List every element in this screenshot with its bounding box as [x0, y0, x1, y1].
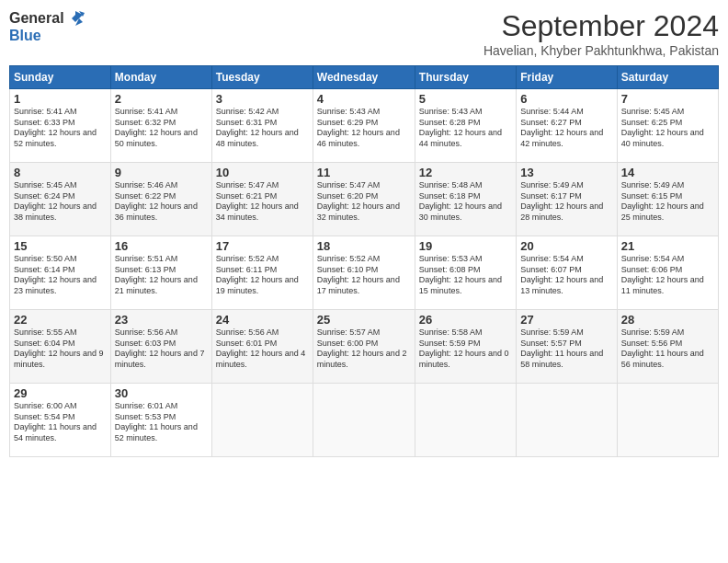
calendar-cell	[517, 384, 617, 457]
day-number: 1	[14, 92, 107, 106]
day-info: Sunrise: 5:45 AMSunset: 6:25 PMDaylight:…	[621, 107, 714, 150]
day-number: 21	[621, 239, 714, 253]
calendar-cell: 9 Sunrise: 5:46 AMSunset: 6:22 PMDayligh…	[110, 163, 211, 236]
day-info: Sunrise: 5:48 AMSunset: 6:18 PMDaylight:…	[419, 180, 512, 224]
day-number: 30	[115, 386, 208, 400]
day-number: 11	[317, 166, 411, 179]
logo-general: General	[9, 10, 64, 27]
calendar-cell: 29 Sunrise: 6:00 AMSunset: 5:54 PMDaylig…	[10, 384, 111, 457]
calendar-cell: 30 Sunrise: 6:01 AMSunset: 5:53 PMDaylig…	[110, 384, 211, 457]
calendar-cell: 18 Sunrise: 5:52 AMSunset: 6:10 PMDaylig…	[313, 236, 415, 310]
day-info: Sunrise: 6:01 AMSunset: 5:53 PMDaylight:…	[115, 401, 208, 444]
day-header-wednesday: Wednesday	[313, 66, 415, 89]
month-title: September 2024	[483, 9, 719, 43]
day-info: Sunrise: 5:43 AMSunset: 6:29 PMDaylight:…	[317, 107, 411, 150]
day-info: Sunrise: 5:58 AMSunset: 5:59 PMDaylight:…	[419, 327, 512, 371]
calendar-cell: 17 Sunrise: 5:52 AMSunset: 6:11 PMDaylig…	[211, 236, 313, 310]
day-info: Sunrise: 5:50 AMSunset: 6:14 PMDaylight:…	[14, 254, 107, 297]
day-number: 24	[216, 313, 309, 327]
day-info: Sunrise: 5:42 AMSunset: 6:31 PMDaylight:…	[216, 107, 309, 150]
day-info: Sunrise: 5:59 AMSunset: 5:57 PMDaylight:…	[520, 327, 612, 371]
calendar-cell	[617, 384, 718, 457]
location-subtitle: Havelian, Khyber Pakhtunkhwa, Pakistan	[483, 43, 719, 58]
day-header-saturday: Saturday	[617, 66, 718, 89]
day-number: 2	[115, 92, 208, 106]
day-number: 6	[520, 92, 612, 106]
calendar-cell	[313, 384, 415, 457]
day-number: 4	[317, 92, 411, 106]
day-info: Sunrise: 5:46 AMSunset: 6:22 PMDaylight:…	[115, 180, 208, 224]
day-number: 29	[14, 386, 107, 400]
day-info: Sunrise: 5:44 AMSunset: 6:27 PMDaylight:…	[520, 107, 612, 150]
calendar-week-1: 1 Sunrise: 5:41 AMSunset: 6:33 PMDayligh…	[10, 89, 719, 163]
day-info: Sunrise: 5:57 AMSunset: 6:00 PMDaylight:…	[317, 327, 411, 371]
day-info: Sunrise: 5:47 AMSunset: 6:21 PMDaylight:…	[216, 180, 309, 224]
day-number: 18	[317, 239, 411, 253]
calendar-cell: 10 Sunrise: 5:47 AMSunset: 6:21 PMDaylig…	[211, 163, 313, 236]
day-number: 22	[14, 313, 107, 327]
calendar-cell: 3 Sunrise: 5:42 AMSunset: 6:31 PMDayligh…	[211, 89, 313, 163]
calendar-cell: 27 Sunrise: 5:59 AMSunset: 5:57 PMDaylig…	[517, 310, 617, 384]
calendar-cell: 4 Sunrise: 5:43 AMSunset: 6:29 PMDayligh…	[313, 89, 415, 163]
day-number: 28	[621, 313, 714, 327]
day-info: Sunrise: 5:41 AMSunset: 6:33 PMDaylight:…	[14, 107, 107, 150]
day-number: 7	[621, 92, 714, 106]
calendar-cell: 16 Sunrise: 5:51 AMSunset: 6:13 PMDaylig…	[110, 236, 211, 310]
calendar-cell: 7 Sunrise: 5:45 AMSunset: 6:25 PMDayligh…	[617, 89, 718, 163]
day-number: 12	[419, 166, 512, 179]
calendar-cell: 5 Sunrise: 5:43 AMSunset: 6:28 PMDayligh…	[415, 89, 516, 163]
day-info: Sunrise: 5:54 AMSunset: 6:07 PMDaylight:…	[520, 254, 612, 297]
day-number: 23	[115, 313, 208, 327]
day-info: Sunrise: 5:47 AMSunset: 6:20 PMDaylight:…	[317, 180, 411, 224]
day-number: 16	[115, 239, 208, 253]
day-info: Sunrise: 5:59 AMSunset: 5:56 PMDaylight:…	[621, 327, 714, 371]
logo: General Blue	[9, 9, 85, 44]
calendar-cell: 21 Sunrise: 5:54 AMSunset: 6:06 PMDaylig…	[617, 236, 718, 310]
day-info: Sunrise: 5:52 AMSunset: 6:10 PMDaylight:…	[317, 254, 411, 297]
day-header-sunday: Sunday	[10, 66, 111, 89]
calendar-cell: 1 Sunrise: 5:41 AMSunset: 6:33 PMDayligh…	[10, 89, 111, 163]
day-info: Sunrise: 6:00 AMSunset: 5:54 PMDaylight:…	[14, 401, 107, 444]
day-info: Sunrise: 5:55 AMSunset: 6:04 PMDaylight:…	[14, 327, 107, 371]
calendar-week-2: 8 Sunrise: 5:45 AMSunset: 6:24 PMDayligh…	[10, 163, 719, 236]
calendar-week-4: 22 Sunrise: 5:55 AMSunset: 6:04 PMDaylig…	[10, 310, 719, 384]
day-number: 25	[317, 313, 411, 327]
day-number: 10	[216, 166, 309, 179]
calendar-cell: 22 Sunrise: 5:55 AMSunset: 6:04 PMDaylig…	[10, 310, 111, 384]
logo-blue: Blue	[9, 28, 85, 44]
day-number: 27	[520, 313, 612, 327]
day-number: 9	[115, 166, 208, 179]
day-info: Sunrise: 5:54 AMSunset: 6:06 PMDaylight:…	[621, 254, 714, 297]
day-header-friday: Friday	[517, 66, 617, 89]
calendar-cell: 23 Sunrise: 5:56 AMSunset: 6:03 PMDaylig…	[110, 310, 211, 384]
calendar-cell	[211, 384, 313, 457]
day-info: Sunrise: 5:43 AMSunset: 6:28 PMDaylight:…	[419, 107, 512, 150]
calendar-cell: 19 Sunrise: 5:53 AMSunset: 6:08 PMDaylig…	[415, 236, 516, 310]
day-info: Sunrise: 5:45 AMSunset: 6:24 PMDaylight:…	[14, 180, 107, 224]
day-header-tuesday: Tuesday	[211, 66, 313, 89]
day-number: 17	[216, 239, 309, 253]
day-info: Sunrise: 5:49 AMSunset: 6:17 PMDaylight:…	[520, 180, 612, 224]
day-number: 19	[419, 239, 512, 253]
calendar-cell: 26 Sunrise: 5:58 AMSunset: 5:59 PMDaylig…	[415, 310, 516, 384]
calendar-week-3: 15 Sunrise: 5:50 AMSunset: 6:14 PMDaylig…	[10, 236, 719, 310]
calendar-cell: 6 Sunrise: 5:44 AMSunset: 6:27 PMDayligh…	[517, 89, 617, 163]
day-number: 13	[520, 166, 612, 179]
calendar-cell: 8 Sunrise: 5:45 AMSunset: 6:24 PMDayligh…	[10, 163, 111, 236]
day-info: Sunrise: 5:53 AMSunset: 6:08 PMDaylight:…	[419, 254, 512, 297]
calendar-cell: 2 Sunrise: 5:41 AMSunset: 6:32 PMDayligh…	[110, 89, 211, 163]
day-number: 15	[14, 239, 107, 253]
calendar-cell	[415, 384, 516, 457]
day-info: Sunrise: 5:56 AMSunset: 6:03 PMDaylight:…	[115, 327, 208, 371]
day-number: 14	[621, 166, 714, 179]
title-section: September 2024 Havelian, Khyber Pakhtunk…	[483, 9, 719, 58]
day-info: Sunrise: 5:52 AMSunset: 6:11 PMDaylight:…	[216, 254, 309, 297]
calendar-cell: 12 Sunrise: 5:48 AMSunset: 6:18 PMDaylig…	[415, 163, 516, 236]
calendar-cell: 28 Sunrise: 5:59 AMSunset: 5:56 PMDaylig…	[617, 310, 718, 384]
day-number: 20	[520, 239, 612, 253]
day-info: Sunrise: 5:49 AMSunset: 6:15 PMDaylight:…	[621, 180, 714, 224]
calendar-cell: 24 Sunrise: 5:56 AMSunset: 6:01 PMDaylig…	[211, 310, 313, 384]
day-header-thursday: Thursday	[415, 66, 516, 89]
day-info: Sunrise: 5:51 AMSunset: 6:13 PMDaylight:…	[115, 254, 208, 297]
calendar-table: SundayMondayTuesdayWednesdayThursdayFrid…	[9, 65, 719, 457]
